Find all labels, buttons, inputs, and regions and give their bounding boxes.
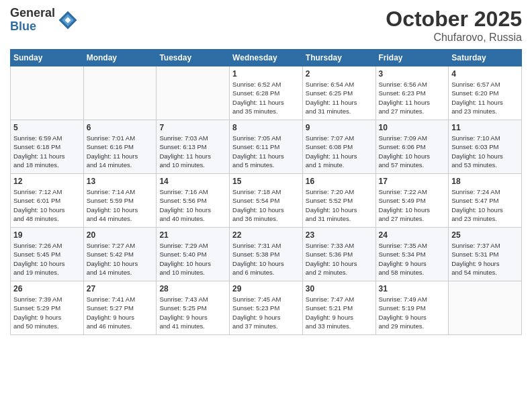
calendar-week-3: 12Sunrise: 7:12 AM Sunset: 6:01 PM Dayli… (11, 174, 522, 228)
day-info: Sunrise: 7:03 AM Sunset: 6:13 PM Dayligh… (159, 134, 226, 169)
calendar-cell: 10Sunrise: 7:09 AM Sunset: 6:06 PM Dayli… (375, 120, 449, 174)
calendar-cell: 16Sunrise: 7:20 AM Sunset: 5:52 PM Dayli… (302, 174, 375, 228)
calendar-cell: 28Sunrise: 7:43 AM Sunset: 5:25 PM Dayli… (157, 281, 230, 335)
day-info: Sunrise: 7:20 AM Sunset: 5:52 PM Dayligh… (306, 187, 373, 223)
day-info: Sunrise: 7:29 AM Sunset: 5:40 PM Dayligh… (159, 241, 226, 277)
calendar-cell: 15Sunrise: 7:18 AM Sunset: 5:54 PM Dayli… (230, 174, 303, 228)
day-number: 15 (232, 177, 300, 186)
day-number: 5 (13, 123, 81, 132)
day-number: 14 (159, 177, 226, 186)
day-info: Sunrise: 7:01 AM Sunset: 6:16 PM Dayligh… (87, 134, 154, 169)
day-number: 7 (159, 123, 226, 132)
calendar-header-row: SundayMondayTuesdayWednesdayThursdayFrid… (11, 50, 522, 66)
calendar-cell: 1Sunrise: 6:52 AM Sunset: 6:28 PM Daylig… (230, 66, 303, 120)
calendar-cell: 7Sunrise: 7:03 AM Sunset: 6:13 PM Daylig… (157, 120, 230, 174)
day-number: 21 (159, 230, 226, 240)
calendar-week-5: 26Sunrise: 7:39 AM Sunset: 5:29 PM Dayli… (11, 281, 522, 335)
day-number: 1 (232, 69, 300, 79)
day-info: Sunrise: 7:31 AM Sunset: 5:38 PM Dayligh… (232, 241, 300, 277)
day-info: Sunrise: 6:54 AM Sunset: 6:25 PM Dayligh… (306, 80, 373, 116)
day-number: 17 (379, 177, 446, 186)
calendar-cell: 9Sunrise: 7:07 AM Sunset: 6:08 PM Daylig… (302, 120, 375, 174)
calendar-week-4: 19Sunrise: 7:26 AM Sunset: 5:45 PM Dayli… (11, 228, 522, 281)
calendar-cell: 27Sunrise: 7:41 AM Sunset: 5:27 PM Dayli… (83, 281, 157, 335)
day-info: Sunrise: 7:45 AM Sunset: 5:23 PM Dayligh… (232, 295, 300, 330)
calendar-week-2: 5Sunrise: 6:59 AM Sunset: 6:18 PM Daylig… (11, 120, 522, 174)
day-info: Sunrise: 7:27 AM Sunset: 5:42 PM Dayligh… (87, 241, 154, 277)
logo-text: General Blue (10, 7, 55, 34)
calendar-cell: 2Sunrise: 6:54 AM Sunset: 6:25 PM Daylig… (302, 66, 375, 120)
day-info: Sunrise: 7:07 AM Sunset: 6:08 PM Dayligh… (306, 134, 373, 169)
calendar-table: SundayMondayTuesdayWednesdayThursdayFrid… (10, 49, 522, 335)
logo-general: General (10, 7, 55, 20)
day-number: 10 (379, 123, 446, 132)
calendar-cell: 6Sunrise: 7:01 AM Sunset: 6:16 PM Daylig… (83, 120, 157, 174)
day-number: 9 (306, 123, 373, 132)
day-number: 27 (87, 284, 154, 293)
logo-icon (58, 10, 78, 30)
logo: General Blue (10, 7, 78, 34)
calendar-cell: 22Sunrise: 7:31 AM Sunset: 5:38 PM Dayli… (230, 228, 303, 281)
calendar-cell (11, 66, 84, 120)
calendar-cell: 5Sunrise: 6:59 AM Sunset: 6:18 PM Daylig… (11, 120, 84, 174)
day-info: Sunrise: 7:09 AM Sunset: 6:06 PM Dayligh… (379, 134, 446, 169)
page-container: General Blue October 2025 Chufarovo, Rus… (0, 0, 532, 342)
calendar-cell: 23Sunrise: 7:33 AM Sunset: 5:36 PM Dayli… (302, 228, 375, 281)
calendar-cell: 12Sunrise: 7:12 AM Sunset: 6:01 PM Dayli… (11, 174, 84, 228)
day-number: 19 (13, 230, 81, 240)
day-number: 30 (306, 284, 373, 293)
header-cell-saturday: Saturday (449, 50, 522, 66)
calendar-cell (83, 66, 157, 120)
calendar-cell: 8Sunrise: 7:05 AM Sunset: 6:11 PM Daylig… (230, 120, 303, 174)
day-info: Sunrise: 7:41 AM Sunset: 5:27 PM Dayligh… (87, 295, 154, 330)
day-info: Sunrise: 6:52 AM Sunset: 6:28 PM Dayligh… (232, 80, 300, 116)
calendar-cell: 26Sunrise: 7:39 AM Sunset: 5:29 PM Dayli… (11, 281, 84, 335)
day-info: Sunrise: 7:24 AM Sunset: 5:47 PM Dayligh… (451, 187, 519, 223)
day-number: 2 (306, 69, 373, 79)
calendar-cell: 20Sunrise: 7:27 AM Sunset: 5:42 PM Dayli… (83, 228, 157, 281)
day-info: Sunrise: 7:35 AM Sunset: 5:34 PM Dayligh… (379, 241, 446, 277)
calendar-cell: 24Sunrise: 7:35 AM Sunset: 5:34 PM Dayli… (375, 228, 449, 281)
calendar-cell: 18Sunrise: 7:24 AM Sunset: 5:47 PM Dayli… (449, 174, 522, 228)
day-number: 11 (451, 123, 519, 132)
day-info: Sunrise: 7:49 AM Sunset: 5:19 PM Dayligh… (379, 295, 446, 330)
calendar-cell: 4Sunrise: 6:57 AM Sunset: 6:20 PM Daylig… (449, 66, 522, 120)
header-cell-wednesday: Wednesday (230, 50, 303, 66)
calendar-cell (157, 66, 230, 120)
day-info: Sunrise: 7:10 AM Sunset: 6:03 PM Dayligh… (451, 134, 519, 169)
day-info: Sunrise: 7:47 AM Sunset: 5:21 PM Dayligh… (306, 295, 373, 330)
day-number: 13 (87, 177, 154, 186)
day-info: Sunrise: 7:43 AM Sunset: 5:25 PM Dayligh… (159, 295, 226, 330)
header-cell-sunday: Sunday (11, 50, 84, 66)
day-number: 28 (159, 284, 226, 293)
title-block: October 2025 Chufarovo, Russia (386, 7, 522, 44)
day-info: Sunrise: 6:57 AM Sunset: 6:20 PM Dayligh… (451, 80, 519, 116)
day-info: Sunrise: 6:59 AM Sunset: 6:18 PM Dayligh… (13, 134, 81, 169)
calendar-cell: 25Sunrise: 7:37 AM Sunset: 5:31 PM Dayli… (449, 228, 522, 281)
day-number: 24 (379, 230, 446, 240)
logo-blue: Blue (10, 20, 55, 34)
day-number: 16 (306, 177, 373, 186)
calendar-cell: 19Sunrise: 7:26 AM Sunset: 5:45 PM Dayli… (11, 228, 84, 281)
day-info: Sunrise: 7:05 AM Sunset: 6:11 PM Dayligh… (232, 134, 300, 169)
day-number: 23 (306, 230, 373, 240)
day-info: Sunrise: 6:56 AM Sunset: 6:23 PM Dayligh… (379, 80, 446, 116)
day-number: 12 (13, 177, 81, 186)
header-cell-tuesday: Tuesday (157, 50, 230, 66)
day-info: Sunrise: 7:12 AM Sunset: 6:01 PM Dayligh… (13, 187, 81, 223)
calendar-cell: 14Sunrise: 7:16 AM Sunset: 5:56 PM Dayli… (157, 174, 230, 228)
day-info: Sunrise: 7:39 AM Sunset: 5:29 PM Dayligh… (13, 295, 81, 330)
calendar-cell: 3Sunrise: 6:56 AM Sunset: 6:23 PM Daylig… (375, 66, 449, 120)
calendar-cell: 31Sunrise: 7:49 AM Sunset: 5:19 PM Dayli… (375, 281, 449, 335)
calendar-cell: 29Sunrise: 7:45 AM Sunset: 5:23 PM Dayli… (230, 281, 303, 335)
day-info: Sunrise: 7:14 AM Sunset: 5:59 PM Dayligh… (87, 187, 154, 223)
header: General Blue October 2025 Chufarovo, Rus… (10, 7, 522, 44)
day-info: Sunrise: 7:22 AM Sunset: 5:49 PM Dayligh… (379, 187, 446, 223)
calendar-cell (449, 281, 522, 335)
day-info: Sunrise: 7:18 AM Sunset: 5:54 PM Dayligh… (232, 187, 300, 223)
calendar-cell: 30Sunrise: 7:47 AM Sunset: 5:21 PM Dayli… (302, 281, 375, 335)
day-info: Sunrise: 7:16 AM Sunset: 5:56 PM Dayligh… (159, 187, 226, 223)
day-number: 6 (87, 123, 154, 132)
day-number: 18 (451, 177, 519, 186)
day-info: Sunrise: 7:33 AM Sunset: 5:36 PM Dayligh… (306, 241, 373, 277)
